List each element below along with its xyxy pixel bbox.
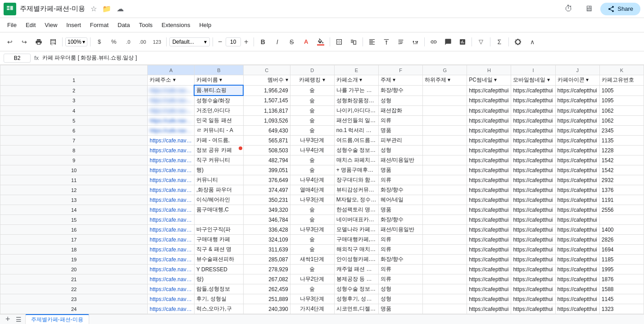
menu-file[interactable]: File [4,20,20,30]
cell-7-D[interactable]: 나무3단계 [290,136,334,146]
cell-8-B[interactable]: 정보 공유 카페 [194,146,243,155]
cell-9-D[interactable]: 숲 [290,155,334,165]
cell-14-I[interactable]: https://cafeptthui [511,205,555,215]
cell-19-J[interactable]: https://cafeptthui [555,255,599,265]
cell-13-D[interactable]: 나무3단계 [290,195,334,205]
col-header-I[interactable]: I [511,65,555,75]
cell-15-K[interactable] [599,215,644,225]
cell-16-C[interactable]: 336,428 [243,225,290,235]
cell-4-A[interactable]: https://cafe.naver.com/ss [148,106,195,116]
cell-9-F[interactable]: 패션/미용일반 [378,155,422,165]
format-paint-button[interactable] [47,36,59,48]
cell-23-I[interactable]: https://cafeptthui [511,294,555,304]
cell-4-K[interactable]: 1062 [599,106,644,116]
cell-20-I[interactable]: https://cafeptthui [511,265,555,274]
cell-10-F[interactable]: 명품 [378,165,422,175]
cell-10-D[interactable]: 숲 [290,165,334,175]
cell-22-F[interactable]: 성형 [378,284,422,294]
cell-18-A[interactable]: https://cafe.naver.com/sn [148,245,195,255]
italic-button[interactable]: I [271,36,284,48]
cell-8-G[interactable] [423,146,467,155]
cell-21-K[interactable]: 1876 [599,274,644,284]
cell-23-G[interactable] [423,294,467,304]
cell-19-H[interactable]: https://cafeptthui [467,255,511,265]
cell-14-K[interactable]: 2556 [599,205,644,215]
cell-12-F[interactable]: 화장/향수 [378,185,422,195]
cell-11-A[interactable]: https://cafe.naver.com/zz [148,175,195,185]
cell-3-A[interactable]: https://cafe.naver.com/fe [148,96,195,106]
cell-19-C[interactable]: 285,087 [243,255,290,265]
cell-19-G[interactable] [423,255,467,265]
cell-10-E[interactable]: + 명품구매후기. 패션/미용 [334,165,378,175]
cell-19-A[interactable]: https://cafe.naver.com/m [148,255,195,265]
cell-4-J[interactable]: https://cafeptthui [555,106,599,116]
share-button[interactable]: Share [600,3,640,15]
cell-11-J[interactable]: https://cafeptthui [555,175,599,185]
cell-11-C[interactable]: 376,649 [243,175,290,185]
filter-icon-E[interactable]: ▾ [359,77,362,83]
cell-14-J[interactable]: https://cafeptthui [555,205,599,215]
cell-21-D[interactable]: 나무2단계 [290,274,334,284]
cell-22-C[interactable]: 262,459 [243,284,290,294]
cell-10-I[interactable]: https://cafeptthui [511,165,555,175]
cell-14-H[interactable]: https://cafeptthui [467,205,511,215]
cell-reference[interactable]: B2 [4,54,31,63]
cell-4-H[interactable]: https://cafeptthui [467,106,511,116]
col-header-H[interactable]: H [467,65,511,75]
cell-5-C[interactable]: 1,093,526 [243,116,290,126]
filter-icon-A[interactable]: ▾ [173,77,176,83]
cell-23-F[interactable]: 성형 [378,294,422,304]
cell-13-F[interactable]: 헤어/네일 [378,195,422,205]
cell-3-F[interactable]: 성형 [378,96,422,106]
cell-8-J[interactable]: https://cafeptthui [555,146,599,155]
cell-18-E[interactable]: 해외직구 매치스 패션/미용 [334,245,378,255]
cell-15-E[interactable]: 네이버대표카페. 패션/미용 [334,215,378,225]
cell-11-K[interactable]: 2932 [599,175,644,185]
cell-3-I[interactable]: https://cafeptthui [511,96,555,106]
col-header-D[interactable]: D [290,65,334,75]
cell-5-F[interactable]: 의류 [378,116,422,126]
cell-21-B[interactable]: 랑) [194,274,243,284]
cell-24-H[interactable]: https://cafeptthui [467,304,511,314]
cell-11-D[interactable]: 나무4단계 [290,175,334,185]
cell-2-A[interactable]: https://cafe.naver.com/cc [148,85,195,96]
cell-5-I[interactable]: https://cafeptthui [511,116,555,126]
cell-7-F[interactable]: 피부관리 [378,136,422,146]
cell-12-G[interactable] [423,185,467,195]
redo-button[interactable]: ↪ [18,36,31,48]
cell-5-J[interactable]: https://cafeptthui [555,116,599,126]
cell-4-B[interactable]: 거조던,아디다 [194,106,243,116]
cell-16-J[interactable]: https://cafeptthui [555,225,599,235]
cell-13-C[interactable]: 350,231 [243,195,290,205]
text-rotate-button[interactable] [409,36,422,48]
cell-23-D[interactable]: 나무3단계 [290,294,334,304]
star-icon[interactable]: ☆ [91,5,97,13]
header-cafe-id[interactable]: 카페고유번호 [599,75,644,86]
cell-22-I[interactable]: https://cafeptthui [511,284,555,294]
header-cafe-name[interactable]: 카페이름 ▾ [194,75,243,86]
chart-button[interactable] [456,36,469,48]
cell-7-E[interactable]: 여드름,여드름 홈 패션/미용 [334,136,378,146]
cell-17-D[interactable]: 숲 [290,235,334,245]
cell-2-C[interactable]: 1,956,249 [243,85,290,96]
cell-8-E[interactable]: 성형수술 정보부 패션/미용 [334,146,378,155]
cell-6-E[interactable]: no.1 럭셔리 커뮤 패션/미용 [334,126,378,136]
cell-15-C[interactable]: 346,784 [243,215,290,225]
cell-6-A[interactable]: https://cafe.naver.com/pa [148,126,195,136]
header-subject[interactable]: 주제 ▾ [378,75,422,86]
cell-7-I[interactable]: https://cafeptthui [511,136,555,146]
decimal-inc-button[interactable]: .00 [136,36,149,48]
cell-18-G[interactable] [423,245,467,255]
cell-6-F[interactable]: 명품 [378,126,422,136]
cell-6-D[interactable]: 숲 [290,126,334,136]
cell-20-E[interactable]: 캐주얼 패션 커뮤 패션/미용 [334,265,378,274]
cell-2-F[interactable]: 화장/향수 [378,85,422,96]
menu-help[interactable]: Help [195,20,215,30]
cell-10-J[interactable]: https://cafeptthui [555,165,599,175]
cell-13-E[interactable]: M자탈모, 정수리 패션/미용 [334,195,378,205]
cell-19-K[interactable]: 1185 [599,255,644,265]
cell-24-B[interactable]: 럭스,오마가,구 [194,304,243,314]
cell-23-B[interactable]: 후기, 성형실 [194,294,243,304]
cell-22-E[interactable]: 성형수술 정보공 패션/미용 [334,284,378,294]
font-size-inc-button[interactable]: + [242,36,251,48]
